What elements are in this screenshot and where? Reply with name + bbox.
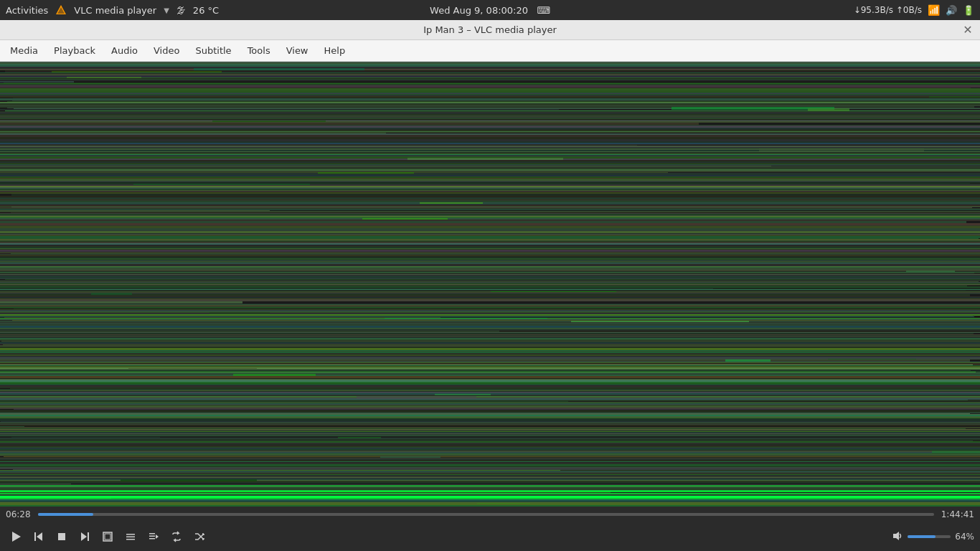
fullscreen-button[interactable]: [98, 527, 118, 547]
video-area: [0, 62, 980, 507]
close-button[interactable]: ✕: [961, 24, 974, 37]
menu-tools[interactable]: Tools: [240, 42, 278, 59]
svg-marker-2: [12, 532, 21, 542]
volume-label: 64%: [955, 532, 974, 542]
app-name-label[interactable]: VLC media player: [74, 5, 156, 16]
menu-video[interactable]: Video: [146, 42, 187, 59]
speaker-icon: [892, 530, 903, 542]
activities-label[interactable]: Activities: [6, 5, 48, 16]
svg-rect-13: [149, 533, 155, 534]
prev-icon: [33, 531, 44, 542]
buttons-row: 64%: [0, 522, 980, 551]
prev-button[interactable]: [29, 527, 49, 547]
time-row: 06:28 1:44:41: [0, 507, 980, 522]
svg-rect-3: [34, 532, 36, 541]
extended-icon: [125, 531, 136, 542]
loop-button[interactable]: [166, 527, 187, 547]
next-icon: [79, 531, 90, 542]
play-button[interactable]: [6, 527, 26, 547]
menu-help[interactable]: Help: [317, 42, 353, 59]
play-icon: [9, 530, 22, 543]
svg-rect-9: [105, 534, 110, 540]
menu-bar: Media Playback Audio Video Subtitle Tool…: [0, 40, 980, 62]
system-bar-right: ↓95.3B/s ↑0B/s 📶 🔊 🔋: [854, 4, 974, 16]
svg-marker-17: [893, 532, 899, 540]
progress-fill: [38, 513, 93, 516]
menu-view[interactable]: View: [279, 42, 316, 59]
keyboard-icon: ⌨: [537, 5, 550, 16]
svg-rect-11: [126, 537, 135, 538]
fullscreen-icon: [102, 531, 113, 542]
volume-slider[interactable]: [908, 535, 951, 538]
system-bar-left: Activities VLC media player ▼ 🌫 26 °C: [6, 4, 219, 16]
menu-media[interactable]: Media: [3, 42, 45, 59]
volume-fill: [908, 535, 935, 538]
menu-playback[interactable]: Playback: [47, 42, 103, 59]
volume-icon[interactable]: [892, 530, 903, 544]
wifi-icon[interactable]: 📶: [928, 4, 940, 16]
video-canvas: [0, 62, 980, 507]
weather-icon: 🌫: [176, 5, 186, 16]
system-bar-datetime: Wed Aug 9, 08:00:20 ⌨: [430, 5, 550, 16]
dropdown-arrow[interactable]: ▼: [164, 6, 169, 14]
svg-rect-14: [149, 536, 155, 537]
svg-marker-4: [37, 532, 42, 541]
svg-marker-7: [81, 532, 87, 541]
loop-icon: [171, 531, 182, 542]
menu-subtitle[interactable]: Subtitle: [188, 42, 238, 59]
playback-controls: [6, 527, 209, 547]
network-speed-label: ↓95.3B/s ↑0B/s: [854, 5, 922, 15]
system-bar: Activities VLC media player ▼ 🌫 26 °C We…: [0, 0, 980, 20]
window-title: Ip Man 3 – VLC media player: [423, 24, 557, 35]
svg-rect-12: [126, 539, 135, 540]
system-volume-icon[interactable]: 🔊: [946, 5, 957, 16]
volume-area: 64%: [892, 530, 974, 544]
weather-label: 26 °C: [193, 5, 219, 16]
vlc-window: Ip Man 3 – VLC media player ✕ Media Play…: [0, 20, 980, 551]
playlist-button[interactable]: [143, 527, 164, 547]
svg-rect-5: [58, 533, 65, 540]
stop-icon: [56, 531, 67, 542]
svg-rect-15: [149, 538, 155, 540]
vlc-cone-icon: [55, 4, 67, 16]
menu-audio[interactable]: Audio: [104, 42, 145, 59]
time-current: 06:28: [6, 509, 31, 519]
stop-button[interactable]: [52, 527, 72, 547]
controls-area: 06:28 1:44:41: [0, 507, 980, 551]
playlist-icon: [148, 531, 159, 542]
svg-rect-10: [126, 534, 135, 535]
progress-bar[interactable]: [38, 513, 934, 516]
shuffle-button[interactable]: [189, 527, 209, 547]
battery-icon[interactable]: 🔋: [963, 5, 974, 16]
svg-rect-6: [88, 532, 89, 541]
svg-marker-16: [156, 534, 159, 539]
shuffle-icon: [194, 531, 205, 542]
time-total: 1:44:41: [941, 509, 974, 519]
next-button[interactable]: [75, 527, 95, 547]
extended-settings-button[interactable]: [121, 527, 141, 547]
vlc-titlebar: Ip Man 3 – VLC media player ✕: [0, 20, 980, 40]
